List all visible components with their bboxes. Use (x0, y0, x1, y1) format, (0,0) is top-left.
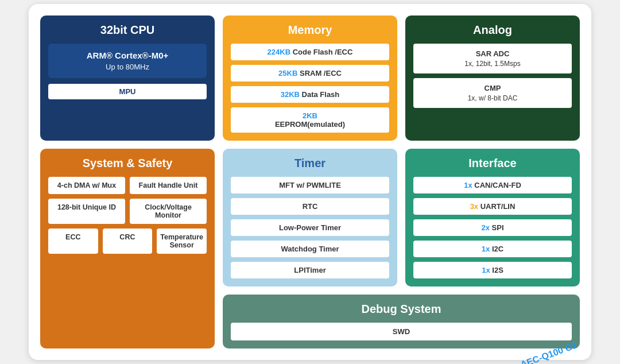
analog-cmp-sub: 1x, w/ 8-bit DAC (419, 94, 566, 102)
interface-i2s: 1x I2S (413, 262, 572, 278)
timer-rtc: RTC (231, 198, 389, 215)
cpu-block: 32bit CPU ARM® Cortex®-M0+ Up to 80MHz M… (40, 16, 215, 141)
timer-lpi: LPITimer (231, 262, 389, 278)
analog-cmp-label: CMP (419, 84, 566, 92)
safety-fault: Fault Handle Unit (130, 177, 207, 194)
timer-mft: MFT w/ PWMLITE (231, 177, 389, 193)
analog-cmp: CMP 1x, w/ 8-bit DAC (413, 78, 572, 108)
memory-highlight-4: 2KB (303, 111, 317, 120)
main-card: 32bit CPU ARM® Cortex®-M0+ Up to 80MHz M… (29, 4, 591, 360)
cpu-inner-box: ARM® Cortex®-M0+ Up to 80MHz (48, 44, 207, 78)
safety-title: System & Safety (48, 157, 207, 170)
interface-uart: 3x UART/LIN (413, 198, 572, 215)
safety-dma: 4-ch DMA w/ Mux (48, 177, 125, 194)
interface-can: 1x CAN/CAN-FD (413, 177, 572, 193)
interface-i2c: 1x I2C (413, 241, 572, 257)
analog-sar-label: SAR ADC (419, 49, 566, 58)
interface-content: 1x CAN/CAN-FD 3x UART/LIN 2x SPI 1x I2C … (413, 177, 572, 278)
interface-title: Interface (413, 157, 572, 170)
safety-grid: 4-ch DMA w/ Mux Fault Handle Unit 128-bi… (48, 177, 207, 224)
cpu-model: ARM® Cortex®-M0+ (55, 51, 200, 60)
memory-item-3: 32KB Data Flash (231, 86, 389, 103)
safety-block: System & Safety 4-ch DMA w/ Mux Fault Ha… (40, 149, 215, 348)
analog-sar-sub: 1x, 12bit, 1.5Msps (419, 60, 566, 68)
timer-block: Timer MFT w/ PWMLITE RTC Low-Power Timer… (223, 149, 397, 286)
memory-highlight-2: 25KB (278, 69, 297, 78)
memory-item-2: 25KB SRAM /ECC (231, 65, 389, 82)
timer-content: MFT w/ PWMLITE RTC Low-Power Timer Watch… (231, 177, 389, 278)
debug-block: Debug System SWD (223, 295, 580, 348)
safety-uid: 128-bit Unique ID (48, 199, 125, 224)
grid-layout: 32bit CPU ARM® Cortex®-M0+ Up to 80MHz M… (40, 16, 580, 348)
cpu-mpu: MPU (48, 84, 207, 99)
safety-bottom-row: ECC CRC Temperature Sensor (48, 229, 207, 254)
timer-low-power: Low-Power Timer (231, 219, 389, 236)
memory-content: 224KB Code Flash /ECC 25KB SRAM /ECC 32K… (231, 44, 389, 133)
cpu-speed: Up to 80MHz (55, 63, 200, 71)
safety-clock: Clock/Voltage Monitor (130, 199, 207, 224)
interface-uart-count: 3x (470, 202, 478, 211)
interface-spi-count: 2x (481, 223, 489, 232)
debug-swd: SWD (231, 323, 572, 340)
memory-highlight-1: 224KB (268, 48, 290, 56)
analog-title: Analog (413, 24, 572, 37)
memory-title: Memory (231, 24, 389, 37)
memory-item-1: 224KB Code Flash /ECC (231, 44, 389, 60)
safety-ecc: ECC (48, 229, 98, 254)
safety-crc: CRC (103, 229, 153, 254)
analog-sar-adc: SAR ADC 1x, 12bit, 1.5Msps (413, 44, 572, 73)
timer-title: Timer (231, 157, 389, 170)
interface-can-count: 1x (464, 181, 472, 189)
cpu-title: 32bit CPU (48, 24, 207, 37)
memory-item-4: 2KBEEPROM(emulated) (231, 107, 389, 133)
memory-highlight-3: 32KB (281, 90, 300, 99)
memory-block: Memory 224KB Code Flash /ECC 25KB SRAM /… (223, 16, 397, 141)
debug-title: Debug System (231, 303, 572, 316)
timer-watchdog: Watchdog Timer (231, 241, 389, 257)
interface-i2s-count: 1x (482, 266, 490, 274)
interface-block: Interface 1x CAN/CAN-FD 3x UART/LIN 2x S… (405, 149, 580, 286)
interface-i2c-count: 1x (482, 245, 490, 253)
interface-spi: 2x SPI (413, 219, 572, 236)
analog-block: Analog SAR ADC 1x, 12bit, 1.5Msps CMP 1x… (405, 16, 580, 141)
analog-content: SAR ADC 1x, 12bit, 1.5Msps CMP 1x, w/ 8-… (413, 44, 572, 108)
safety-temp: Temperature Sensor (157, 229, 207, 254)
